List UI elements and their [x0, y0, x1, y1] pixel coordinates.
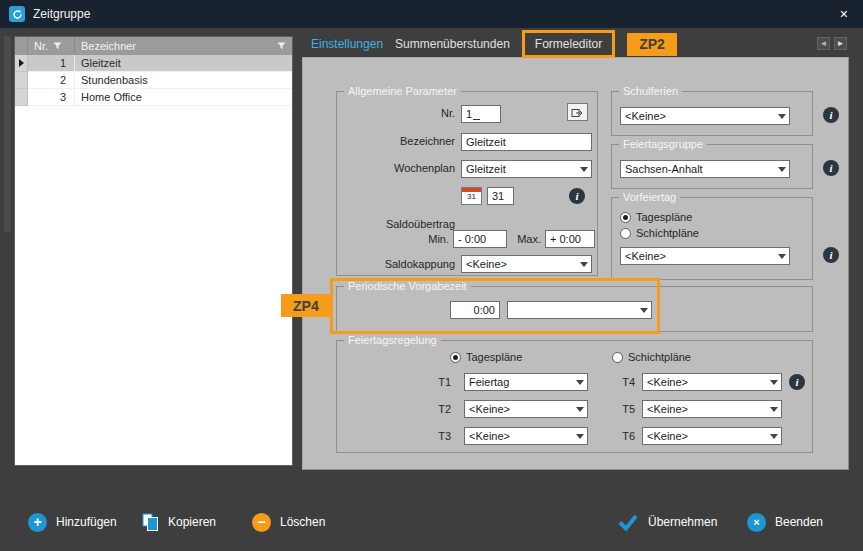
column-header-nr[interactable]: Nr. — [28, 37, 75, 55]
check-icon — [617, 513, 639, 531]
apply-button[interactable]: Übernehmen — [617, 510, 717, 534]
schulferien-value: <Keine> — [625, 110, 666, 122]
column-header-bezeichner[interactable]: Bezeichner — [75, 37, 292, 55]
schulferien-dropdown[interactable]: <Keine> — [620, 107, 790, 125]
add-button[interactable]: + Hinzufügen — [28, 510, 117, 534]
list-row[interactable]: 1 Gleitzeit — [15, 55, 292, 72]
t1-dropdown[interactable]: Feiertag — [464, 373, 588, 391]
group-caption: Schulferien — [619, 85, 682, 98]
info-icon[interactable]: i — [789, 374, 805, 390]
vorfeiertag-dropdown[interactable]: <Keine> — [620, 247, 790, 265]
info-icon[interactable]: i — [823, 160, 839, 176]
chevron-down-icon — [775, 248, 789, 264]
list-row[interactable]: 2 Stundenbasis — [15, 72, 292, 89]
tab-summenueberstunden[interactable]: Summenüberstunden — [395, 37, 510, 51]
delete-button[interactable]: − Löschen — [252, 510, 325, 534]
calendar-button[interactable]: 31 — [461, 187, 482, 205]
list-header-gutter — [15, 37, 28, 55]
next-record-icon[interactable]: ► — [834, 37, 847, 50]
t3-dropdown[interactable]: <Keine> — [464, 427, 588, 445]
radio-feiertagsregelung-schichtplaene[interactable]: Schichtpläne — [612, 351, 691, 363]
copy-icon — [142, 513, 159, 532]
t2-dropdown[interactable]: <Keine> — [464, 400, 588, 418]
t5-dropdown[interactable]: <Keine> — [642, 400, 782, 418]
tab-formeleditor[interactable]: Formeleditor — [522, 30, 615, 58]
record-nav: ◄ ► — [817, 37, 847, 50]
minus-icon: − — [252, 513, 271, 532]
t1-label: T1 — [433, 376, 451, 388]
info-icon[interactable]: i — [823, 107, 839, 123]
chevron-down-icon — [775, 161, 789, 177]
feiertagsgruppe-dropdown[interactable]: Sachsen-Anhalt — [620, 160, 790, 178]
chevron-down-icon — [577, 161, 591, 177]
bezeichner-input[interactable]: Gleitzeit — [461, 133, 592, 151]
saldo-max-value: + 0:00 — [550, 233, 581, 245]
bezeichner-value: Gleitzeit — [466, 136, 506, 148]
radio-label: Tagespläne — [636, 211, 692, 223]
chevron-down-icon — [767, 374, 781, 390]
group-caption: Vorfeiertag — [619, 191, 680, 204]
t6-dropdown[interactable]: <Keine> — [642, 427, 782, 445]
filter-icon[interactable] — [277, 42, 286, 50]
filter-icon[interactable] — [53, 42, 62, 50]
zeitgruppe-window: Zeitgruppe × Nr. Bezeichner — [0, 0, 863, 551]
titlebar: Zeitgruppe × — [0, 0, 863, 28]
radio-vorfeiertag-tagesplaene[interactable]: Tagespläne — [620, 211, 692, 223]
saldo-label: Saldoübertrag — [337, 218, 455, 230]
info-icon[interactable]: i — [823, 247, 839, 263]
radio-icon — [620, 212, 631, 223]
radio-vorfeiertag-schichtplaene[interactable]: Schichtpläne — [620, 227, 699, 239]
saldo-min-input[interactable]: - 0:00 — [453, 230, 507, 248]
nr-input[interactable]: 1 — [461, 105, 501, 123]
min-label: Min. — [421, 233, 449, 245]
settings-panel: Allgemeine Parameter Nr. 1 Bezeichner Gl… — [302, 57, 849, 470]
bezeichner-label: Bezeichner — [337, 135, 455, 147]
copy-button[interactable]: Kopieren — [142, 510, 216, 534]
radio-icon — [612, 352, 623, 363]
nr-value: 1 — [466, 108, 472, 120]
calendar-day-input[interactable]: 31 — [487, 187, 514, 205]
saldo-max-input[interactable]: + 0:00 — [545, 230, 595, 248]
jump-to-button[interactable] — [567, 103, 588, 121]
apply-button-label: Übernehmen — [648, 515, 717, 529]
group-periodische-vorgabezeit: Periodische Vorgabezeit 0:00 — [336, 286, 813, 332]
close-icon[interactable]: × — [834, 5, 854, 23]
t5-label: T5 — [615, 403, 635, 415]
chevron-down-icon — [767, 428, 781, 444]
row-selector-gutter — [15, 55, 28, 72]
plus-icon: + — [28, 513, 47, 532]
close-circle-icon: × — [747, 513, 766, 532]
radio-label: Schichtpläne — [628, 351, 691, 363]
vorgabezeit-input[interactable]: 0:00 — [450, 301, 500, 319]
t3-value: <Keine> — [469, 430, 510, 442]
wochenplan-label: Wochenplan — [337, 162, 455, 174]
calendar-day: 31 — [462, 192, 481, 204]
list-row[interactable]: 3 Home Office — [15, 89, 292, 106]
text-caret — [473, 109, 480, 120]
t5-value: <Keine> — [647, 403, 688, 415]
end-button[interactable]: × Beenden — [747, 510, 823, 534]
nr-label: Nr. — [337, 107, 455, 119]
radio-feiertagsregelung-tagesplaene[interactable]: Tagespläne — [450, 351, 522, 363]
wochenplan-dropdown[interactable]: Gleitzeit — [461, 160, 592, 178]
group-schulferien: Schulferien <Keine> — [611, 91, 813, 136]
saldokappung-dropdown[interactable]: <Keine> — [461, 255, 592, 273]
info-icon[interactable]: i — [569, 188, 585, 204]
group-caption: Feiertagsgruppe — [619, 138, 707, 151]
group-caption: Periodische Vorgabezeit — [344, 280, 471, 293]
t4-label: T4 — [615, 376, 635, 388]
prev-record-icon[interactable]: ◄ — [817, 37, 830, 50]
group-vorfeiertag: Vorfeiertag Tagespläne Schichtpläne <Kei… — [611, 197, 813, 280]
tab-einstellungen[interactable]: Einstellungen — [311, 37, 383, 51]
list-header: Nr. Bezeichner — [15, 37, 292, 55]
t4-dropdown[interactable]: <Keine> — [642, 373, 782, 391]
chevron-down-icon — [577, 256, 591, 272]
column-header-nr-label: Nr. — [34, 40, 48, 52]
radio-label: Tagespläne — [466, 351, 522, 363]
feiertagsgruppe-value: Sachsen-Anhalt — [625, 163, 703, 175]
vorgabezeit-plan-dropdown[interactable] — [507, 301, 652, 319]
radio-icon — [620, 228, 631, 239]
row-selector-gutter — [15, 89, 28, 106]
row-nr: 2 — [28, 72, 75, 89]
zeitgruppe-list: Nr. Bezeichner 1 Gleitzeit 2 — [14, 36, 293, 466]
